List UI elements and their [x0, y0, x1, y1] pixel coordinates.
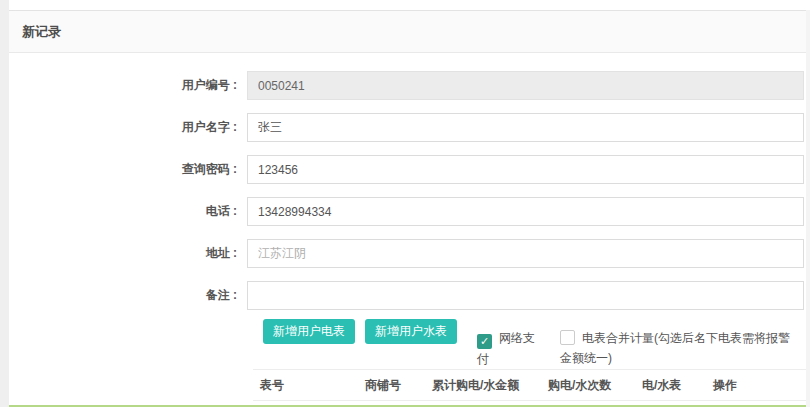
phone-label: 电话 :: [59, 197, 237, 226]
add-water-meter-button[interactable]: 新增用户水表: [365, 319, 457, 344]
remark-input[interactable]: [247, 281, 804, 310]
checkbox-unchecked-icon[interactable]: [560, 330, 575, 345]
panel-header: 新记录: [9, 11, 810, 53]
table-header-purchase-count: 购电/水次数: [541, 377, 635, 394]
address-label: 地址 :: [59, 239, 237, 268]
new-record-screen: 新记录 用户编号 : 用户名字 : 查询密码 : 电话 : 地址 : 备注 : …: [0, 0, 810, 407]
checkbox-checked-icon[interactable]: ✓: [477, 334, 492, 349]
address-input[interactable]: [247, 239, 804, 268]
meter-merge-label: 电表合并计量(勾选后名下电表需将报警金额统一): [560, 331, 790, 365]
query-password-input[interactable]: [247, 155, 804, 184]
remark-label: 备注 :: [59, 281, 237, 310]
new-record-panel: 新记录 用户编号 : 用户名字 : 查询密码 : 电话 : 地址 : 备注 : …: [9, 10, 810, 407]
table-header-meter-no: 表号: [253, 377, 358, 394]
table-header-meter-type: 电/水表: [635, 377, 706, 394]
meter-merge-checkbox-group[interactable]: 电表合并计量(勾选后名下电表需将报警金额统一): [560, 328, 796, 368]
page-left-gutter: [0, 0, 9, 407]
table-header-total-amount: 累计购电/水金额: [425, 377, 541, 394]
query-password-label: 查询密码 :: [59, 155, 237, 184]
add-electric-meter-button[interactable]: 新增用户电表: [263, 319, 355, 344]
page-right-gutter: [806, 10, 810, 407]
page-title: 新记录: [22, 11, 61, 53]
form-row-remark: 备注 :: [9, 281, 810, 310]
form-row-user-name: 用户名字 :: [9, 113, 810, 142]
user-id-input: [247, 71, 804, 100]
user-name-label: 用户名字 :: [59, 113, 237, 142]
user-name-input[interactable]: [247, 113, 804, 142]
form-row-query-password: 查询密码 :: [9, 155, 810, 184]
form-row-user-id: 用户编号 :: [9, 71, 810, 100]
table-header-shop-no: 商铺号: [358, 377, 425, 394]
form-row-address: 地址 :: [9, 239, 810, 268]
table-header-actions: 操作: [706, 377, 766, 394]
network-pay-checkbox-group[interactable]: ✓网络支付: [477, 328, 541, 369]
phone-input[interactable]: [247, 197, 804, 226]
form-row-phone: 电话 :: [9, 197, 810, 226]
user-id-label: 用户编号 :: [59, 71, 237, 100]
meter-table-header-row: 表号 商铺号 累计购电/水金额 购电/水次数 电/水表 操作: [253, 369, 810, 401]
